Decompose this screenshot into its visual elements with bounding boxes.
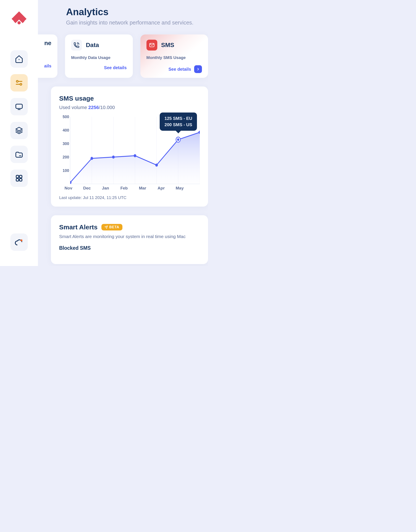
svg-rect-9 (19, 175, 22, 178)
phone-icon (71, 40, 82, 50)
card-airtime-details-fragment[interactable]: ails (44, 64, 51, 68)
card-data-title: Data (86, 42, 99, 48)
chart-x-tick: Mar (133, 186, 152, 191)
nav-monitor[interactable] (10, 98, 28, 115)
chevron-right-icon (196, 68, 200, 71)
brand-logo (9, 9, 29, 29)
svg-rect-8 (16, 175, 19, 178)
cloud-notification-icon (14, 237, 24, 247)
nav-analytics[interactable] (10, 74, 28, 91)
svg-rect-5 (16, 104, 22, 108)
layers-icon (15, 126, 23, 135)
send-icon (104, 225, 108, 229)
main-content: Analytics Gain insights into network per… (38, 0, 208, 264)
card-airtime-title-fragment: ne (44, 40, 51, 47)
svg-point-22 (91, 157, 93, 160)
chart-y-tick: 300 (63, 142, 69, 146)
nav-folder[interactable] (10, 146, 28, 163)
beta-badge-label: BETA (109, 225, 119, 229)
smart-alerts-title: Smart Alerts (59, 223, 97, 231)
svg-rect-10 (16, 179, 19, 181)
sms-usage-title: SMS usage (59, 95, 200, 102)
nav-home[interactable] (10, 50, 28, 68)
sms-usage-chart: 100200300400500 125 SMS - EU 200 SMS - U… (59, 115, 200, 191)
svg-point-23 (112, 155, 115, 158)
card-sms[interactable]: SMS Monthly SMS Usage See details (140, 34, 208, 78)
chart-x-tick: Jan (96, 186, 115, 191)
svg-point-24 (134, 154, 136, 157)
card-sms-title: SMS (161, 42, 174, 48)
chart-x-tick: Nov (59, 186, 78, 191)
home-icon (15, 55, 23, 63)
nav-cloud[interactable] (10, 233, 28, 251)
sms-usage-last-update: Last update: Jul 11 2024, 11:25 UTC (59, 195, 200, 200)
chart-tooltip: 125 SMS - EU 200 SMS - US (160, 113, 197, 131)
svg-point-27 (177, 138, 179, 141)
nav-layers[interactable] (10, 122, 28, 139)
chart-y-tick: 100 (63, 168, 69, 173)
chart-x-tick: May (170, 186, 189, 191)
monitor-icon (15, 102, 23, 111)
nav-apps[interactable] (10, 170, 28, 187)
svg-point-25 (155, 164, 158, 167)
envelope-icon (146, 40, 157, 50)
logo-icon (10, 10, 28, 28)
chart-x-tick: Dec (78, 186, 96, 191)
apps-icon (15, 174, 23, 183)
smart-alerts-description: Smart Alerts are monitoring your system … (59, 234, 200, 239)
page-subtitle: Gain insights into network performance a… (66, 19, 208, 26)
card-data-details-link[interactable]: See details (104, 65, 127, 70)
beta-badge: BETA (101, 224, 122, 231)
svg-rect-11 (19, 179, 22, 181)
chart-y-tick: 500 (63, 115, 69, 119)
sliders-icon (15, 78, 23, 87)
smart-alerts-panel: Smart Alerts BETA Smart Alerts are monit… (51, 215, 208, 264)
chart-y-tick: 400 (63, 128, 69, 133)
sidebar (0, 0, 38, 266)
card-sms-subtitle: Monthly SMS Usage (146, 55, 202, 60)
card-data[interactable]: Data Monthly Data Usage See details (65, 34, 132, 78)
chart-x-tick: Apr (152, 186, 170, 191)
card-sms-details-button[interactable] (194, 65, 202, 73)
blocked-sms-title: Blocked SMS (59, 245, 200, 251)
sms-usage-sub-suffix: /10.000 (99, 105, 115, 110)
card-data-subtitle: Monthly Data Usage (71, 55, 127, 60)
page-title: Analytics (66, 7, 208, 17)
sms-usage-sub-prefix: Used volume (59, 105, 88, 110)
svg-point-3 (20, 83, 22, 85)
card-sms-details-link[interactable]: See details (168, 67, 191, 72)
sms-usage-used-value: 2256 (88, 105, 99, 110)
chart-x-tick: Feb (115, 186, 133, 191)
svg-point-0 (17, 21, 21, 25)
sms-usage-panel: SMS usage Used volume 2256/10.000 100200… (51, 87, 208, 207)
summary-cards-row: ne ails Data Monthly Data Usage (32, 34, 208, 78)
sms-usage-subtitle: Used volume 2256/10.000 (59, 105, 200, 110)
svg-point-12 (20, 239, 22, 241)
chart-y-tick: 200 (63, 155, 69, 160)
svg-point-1 (16, 80, 18, 82)
chart-tooltip-line2: 200 SMS - US (164, 122, 192, 127)
folder-icon (15, 150, 23, 159)
chart-tooltip-line1: 125 SMS - EU (164, 116, 192, 121)
